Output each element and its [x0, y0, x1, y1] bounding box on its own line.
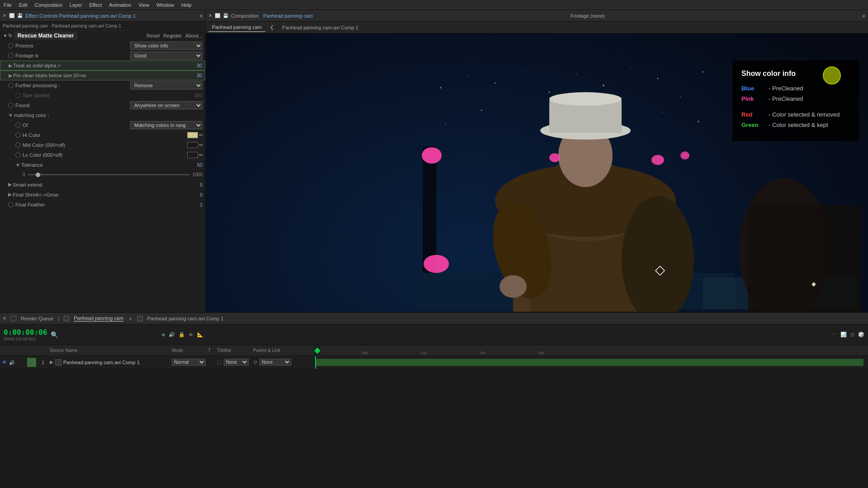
hi-color-toggle[interactable] [15, 132, 21, 138]
smart-extend-value[interactable]: 5 [184, 182, 203, 188]
layer-trkmat-select[interactable]: None Alpha Luma [224, 359, 249, 366]
found-dropdown[interactable]: Anywhere on screen Top half Bottom half [130, 101, 203, 109]
layer-audio[interactable]: 🔊 [9, 360, 18, 365]
matching-label: matching color : [14, 113, 203, 118]
hi-color-swatch[interactable] [187, 132, 198, 138]
hi-color-arrows[interactable]: ⇔ [199, 132, 203, 137]
about-btn[interactable]: About... [185, 33, 203, 38]
layer-visibility[interactable]: 👁 [0, 359, 9, 366]
tolerance-value[interactable]: 50 [184, 162, 203, 168]
svg-point-14 [445, 123, 446, 124]
hide-shy-btn[interactable]: 👁 [189, 332, 193, 338]
final-shrink-value[interactable]: 0 [184, 192, 203, 197]
treat-value[interactable]: 30 [184, 63, 202, 68]
timeline-options-btn[interactable]: ⋯ [832, 332, 837, 338]
ruler-mark-15s: 15s [479, 351, 486, 355]
draft-3d-btn[interactable]: 🎲 [858, 332, 864, 338]
motion-blur-btn[interactable]: ⊡ [850, 332, 854, 338]
layer-expand-btn[interactable]: ▶ [50, 359, 53, 365]
layer-mode-select[interactable]: Normal Add Multiply [172, 359, 206, 366]
collapse-btn[interactable]: 📐 [197, 332, 203, 338]
layer-trkmat-cell: ⬚ None Alpha Luma [217, 359, 253, 366]
tolerance-max: 1000 [193, 172, 203, 177]
register-btn[interactable]: Register [163, 33, 182, 38]
tolerance-slider-thumb[interactable] [36, 173, 40, 177]
matching-expand[interactable]: ▼ [8, 113, 13, 118]
process-label: Process [15, 43, 130, 48]
further-toggle[interactable] [8, 83, 14, 88]
info-red-label: Red [741, 111, 769, 118]
final-feather-value[interactable]: 2 [184, 202, 203, 207]
menu-view[interactable]: View [138, 2, 149, 8]
svg-point-20 [662, 112, 663, 113]
process-dropdown[interactable]: Show color info Process [130, 42, 203, 50]
menu-file[interactable]: File [4, 2, 12, 8]
mid-color-arrows[interactable]: ⇔ [199, 142, 203, 147]
svg-point-1 [440, 87, 442, 89]
solo-btn[interactable]: ◈ [161, 332, 165, 338]
reset-btn[interactable]: Reset [146, 33, 160, 38]
svg-rect-24 [423, 146, 436, 273]
comp-close-btn[interactable]: ✕ [208, 13, 212, 18]
fx-expand[interactable]: ▼ [3, 33, 8, 38]
svg-point-35 [549, 92, 622, 106]
playhead-line [315, 356, 316, 369]
mid-color-swatch[interactable] [187, 142, 198, 148]
footage-dropdown[interactable]: Good Bad [130, 52, 203, 60]
menu-window[interactable]: Window [156, 2, 174, 8]
timeline-tab-menu[interactable]: ≡ [129, 316, 132, 321]
render-queue-tab[interactable]: Render Queue [21, 316, 53, 321]
panel-save-icon: 💾 [17, 13, 23, 18]
preclean-value[interactable]: 30 [184, 73, 202, 78]
comp-panel-title: Composition [231, 13, 259, 19]
menu-animation[interactable]: Animation [109, 2, 131, 8]
layer-track-bar[interactable] [316, 359, 863, 366]
comp-tab-1[interactable]: Panhead panning cam [208, 23, 265, 32]
panel-close-btn[interactable]: ✕ [3, 13, 6, 18]
treat-expand[interactable]: ▶ [9, 63, 12, 69]
found-toggle[interactable] [8, 103, 14, 108]
timeline-tab-active[interactable]: Panhead panning cam [74, 315, 123, 322]
menu-edit[interactable]: Edit [19, 2, 28, 8]
menu-layer[interactable]: Layer [70, 2, 82, 8]
timeline-tab2[interactable]: Panhead panning cam.avi Comp 1 [147, 316, 224, 321]
process-toggle[interactable] [8, 43, 14, 48]
final-feather-label: Final Feather [15, 202, 184, 207]
of-dropdown[interactable]: Matching colors in rang Single color [130, 121, 203, 129]
further-dropdown[interactable]: Remove Keep [130, 81, 203, 89]
comp-tab-2[interactable]: Panhead panning cam.avi Comp 1 [278, 23, 362, 32]
comp-tabs: Panhead panning cam ❮ Panhead panning ca… [206, 22, 868, 33]
timeline-controls: 0:00:00:06 00006 (25.00 fps) 🔍 ◈ 🔊 🔒 👁 📐… [0, 324, 868, 345]
layer-parent-select[interactable]: None [259, 359, 291, 366]
shrink-expand[interactable]: ▶ [8, 192, 12, 197]
preclean-expand[interactable]: ▶ [9, 73, 12, 79]
menu-effect[interactable]: Effect [89, 2, 102, 8]
lo-color-toggle[interactable] [15, 152, 21, 158]
lo-color-swatch[interactable] [187, 152, 198, 158]
lo-color-arrows[interactable]: ⇔ [199, 152, 203, 157]
tolerance-expand[interactable]: ▼ [15, 162, 20, 168]
mid-color-toggle[interactable] [15, 142, 21, 148]
tolerance-slider-track[interactable] [28, 174, 190, 175]
col-trkmat: TrkMat [217, 348, 253, 353]
feather-toggle[interactable] [8, 202, 14, 207]
comp-panel-menu-btn[interactable]: ≡ [863, 13, 865, 19]
of-toggle[interactable] [15, 122, 21, 128]
lock-btn[interactable]: 🔒 [179, 332, 185, 338]
further-processing-row: Further processing : Remove Keep [0, 80, 205, 90]
search-timeline-btn[interactable]: 🔍 [51, 331, 58, 338]
graph-editor-btn[interactable]: 📊 [840, 332, 847, 338]
panel-menu-btn[interactable]: ≡ [200, 13, 203, 19]
main-timecode[interactable]: 0:00:00:06 [4, 328, 47, 337]
menu-bar: File Edit Composition Layer Effect Anima… [0, 0, 868, 10]
col-mode: Mode [172, 348, 208, 353]
svg-point-40 [651, 155, 664, 165]
menu-help[interactable]: Help [181, 2, 192, 8]
footage-toggle[interactable] [8, 53, 14, 58]
audio-btn[interactable]: 🔊 [169, 332, 175, 338]
menu-composition[interactable]: Composition [35, 2, 62, 8]
plugin-name-label: Rescue Matte Cleaner [14, 32, 78, 40]
layer-solo-btn[interactable] [55, 359, 61, 366]
render-queue-close[interactable]: ✕ [3, 316, 6, 321]
smart-expand[interactable]: ▶ [8, 182, 12, 188]
